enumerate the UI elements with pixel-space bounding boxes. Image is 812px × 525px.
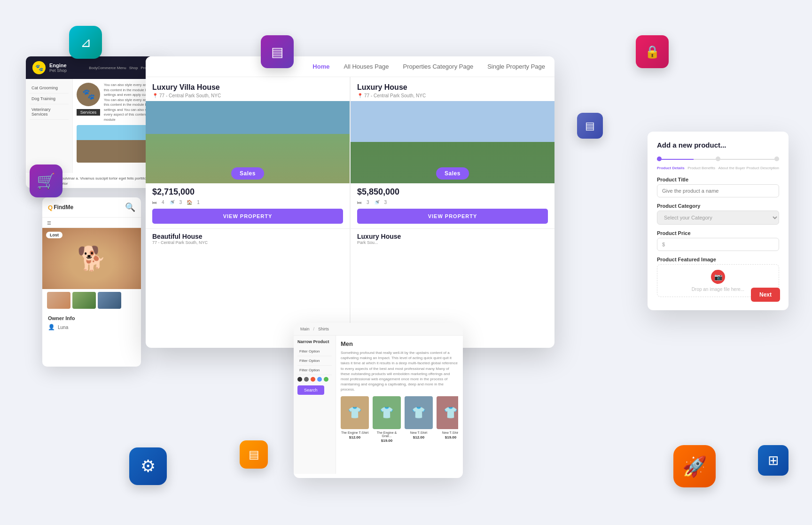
dog-emoji: 🐕 (77, 245, 106, 272)
scene: ⊿ ▤ 🔒 🛒 ▤ ⚙ ▤ 🚀 ⊞ 🐾 Engine Pet Shop (0, 0, 812, 525)
step-label-2: Product Benefits (687, 166, 715, 170)
main-real-estate-browser: Home All Houses Page Properties Category… (146, 56, 554, 348)
thumbnail-2[interactable] (72, 292, 96, 309)
prop1-view-btn[interactable]: VIEW PROPERTY (152, 209, 343, 224)
prop1-garage-icon: 🏠 (187, 200, 192, 205)
prop2-view-btn[interactable]: VIEW PROPERTY (357, 209, 548, 224)
next-button[interactable]: Next (751, 288, 780, 302)
ecom-product-img-4: 👕 (437, 396, 458, 429)
findme-info-section: Owner Info 👤 Luna (42, 312, 141, 334)
form-icon[interactable]: ▤ (240, 440, 268, 469)
rocket-icon[interactable]: 🚀 (673, 445, 716, 487)
sidebar-item-dog[interactable]: Dog Training (30, 94, 69, 104)
ecommerce-window: Main / Shirts Narrow Product Filter Opti… (294, 323, 463, 478)
ecom-product-price-4: $19.00 (437, 435, 458, 439)
thumbnail-3[interactable] (98, 292, 121, 309)
product-category-field: Product Category Select your Category (657, 203, 779, 225)
prop1-baths: 3 (180, 200, 182, 205)
ecom-nav-separator: / (313, 327, 315, 331)
color-green[interactable] (324, 377, 328, 382)
findme-tabs: ☰ (42, 218, 141, 228)
ecom-sidebar-filter-1[interactable]: Filter Option (297, 347, 332, 356)
prop1-second-info: Beautiful House 77 - Central Park South,… (146, 228, 350, 249)
product-title-input[interactable] (657, 184, 779, 197)
main-nav-bar: Home All Houses Page Properties Category… (146, 56, 554, 77)
ecom-product-4[interactable]: 👕 New T-Shirt $19.00 (437, 396, 458, 443)
settings-icon[interactable]: ⚙ (129, 447, 167, 485)
ecom-product-1[interactable]: 👕 The Engine T-Shirt $12.00 (341, 396, 369, 443)
prop2-second-addr: Park Sou... (357, 240, 548, 245)
sidebar-item-vet[interactable]: Veterinary Services (30, 104, 69, 120)
color-gray[interactable] (304, 377, 309, 382)
engine-logo: 🐾 (32, 61, 46, 74)
notebook-icon[interactable]: ▤ (261, 35, 294, 68)
add-product-panel: Add a new product... Product Details Pro… (648, 132, 789, 310)
product-price-label: Product Price (657, 230, 779, 236)
ecom-search-btn[interactable]: Search (297, 385, 324, 395)
product-price-input[interactable] (657, 238, 779, 251)
prop1-garage: 1 (197, 200, 200, 205)
product-image-label: Product Featured Image (657, 257, 779, 262)
findme-logo-q: Q (48, 204, 53, 211)
ecom-category-title: Men (341, 340, 458, 347)
ecom-product-price-2: $19.00 (373, 439, 401, 443)
color-red[interactable] (311, 377, 315, 382)
pet-top-bar: 🐾 Engine Pet Shop BodyCommerce Menu Shop… (26, 56, 162, 79)
filter-icon[interactable]: ⊿ (69, 26, 102, 59)
ecom-sidebar-filter-3[interactable]: Filter Option (297, 366, 332, 375)
nav-all-houses[interactable]: All Houses Page (344, 63, 389, 70)
pet-sidebar: Cat Grooming Dog Training Veterinary Ser… (26, 79, 73, 173)
ecom-nav-main[interactable]: Main (300, 327, 310, 331)
product-price-field: Product Price (657, 230, 779, 251)
product-category-select[interactable]: Select your Category (657, 211, 779, 225)
service-label: Services (77, 109, 100, 116)
ecom-product-3[interactable]: 👕 New T-Shirt $12.00 (405, 396, 433, 443)
document-icon[interactable]: ▤ (577, 113, 603, 139)
prop1-image-wrapper: Sales (146, 101, 350, 183)
nav-properties-category[interactable]: Properties Category Page (403, 63, 474, 70)
prop1-bed-icon: 🛏 (152, 200, 157, 205)
color-black[interactable] (297, 377, 302, 382)
step-dot-1 (657, 157, 662, 161)
prop2-features: 🛏 3 🚿 3 (351, 200, 554, 209)
prop2-header: Luxury House 📍 77 - Central Park South, … (351, 77, 554, 101)
product-title-field: Product Title (657, 177, 779, 197)
ecom-product-2[interactable]: 👕 The Engine & Gnar... $19.00 (373, 396, 401, 443)
ecom-product-img-3: 👕 (405, 396, 433, 429)
progress-line-active (657, 159, 694, 160)
hamburger-icon[interactable]: ☰ (47, 220, 51, 226)
ecom-sidebar-filter-2[interactable]: Filter Option (297, 356, 332, 366)
prop2-second-title: Luxury House (357, 233, 548, 240)
grid-icon[interactable]: ⊞ (758, 445, 789, 476)
owner-info-label: Owner Info (48, 315, 135, 321)
prop1-sales-badge: Sales (231, 167, 264, 180)
menu-item[interactable]: BodyCommerce Menu (89, 66, 126, 70)
property-card-1: Luxury Villa House 📍 77 - Central Park S… (146, 77, 350, 345)
prop2-sales-badge: Sales (436, 167, 469, 180)
menu-item[interactable]: Shop (129, 66, 138, 70)
findme-main-image: 🐕 Lost (42, 228, 141, 289)
ecom-header: Main / Shirts (294, 323, 463, 336)
main-content-area: Luxury Villa House 📍 77 - Central Park S… (146, 77, 554, 345)
thumbnail-1[interactable] (47, 292, 70, 309)
findme-app: Q FindMe 🔍 ☰ 🐕 Lost Owner Info 👤 Luna (42, 197, 141, 367)
ecom-product-price-3: $12.00 (405, 435, 433, 439)
cart-icon[interactable]: 🛒 (30, 165, 62, 197)
color-blue[interactable] (317, 377, 322, 382)
findme-logo-text: FindMe (54, 204, 73, 211)
step-label-1: Product Details (657, 166, 685, 170)
ecom-product-name-2: The Engine & Gnar... (373, 431, 401, 438)
ecom-product-price-1: $12.00 (341, 435, 369, 439)
nav-single-property[interactable]: Single Property Page (487, 63, 545, 70)
ecom-sidebar: Narrow Product Filter Option Filter Opti… (294, 336, 336, 474)
lock-icon[interactable]: 🔒 (636, 35, 669, 68)
product-title-label: Product Title (657, 177, 779, 182)
prop2-bath-icon: 🚿 (374, 200, 380, 205)
search-icon[interactable]: 🔍 (125, 202, 135, 212)
owner-name: Luna (58, 325, 68, 330)
ecom-product-name-4: New T-Shirt (437, 431, 458, 434)
sidebar-item-cat[interactable]: Cat Grooming (30, 83, 69, 94)
nav-home[interactable]: Home (312, 63, 329, 70)
ecom-nav-shirts[interactable]: Shirts (318, 327, 329, 331)
step-dot-2 (716, 157, 720, 161)
